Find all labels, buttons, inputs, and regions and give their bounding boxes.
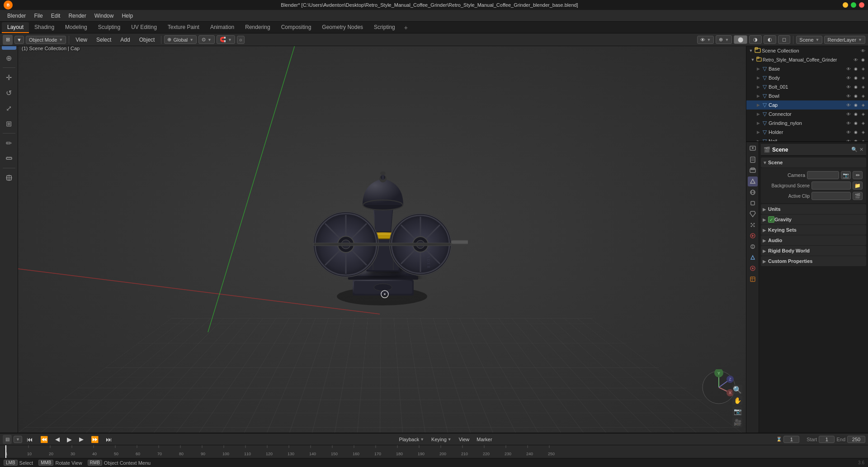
keying-menu[interactable]: Keying ▼ [429,436,454,443]
eye-nail[interactable]: 👁 [845,138,852,141]
outliner-item-retro[interactable]: ▼ Retro_Style_Manual_Coffee_Grinder 👁 ◉ [746,55,868,64]
render-cap[interactable]: ◈ [860,102,866,108]
outliner-item-bowl[interactable]: ▶ ▽ Bowl 👁 ◉ ◈ [746,91,868,100]
overlay-dropdown[interactable]: 👁 ▼ [697,36,714,44]
tool-add-cube[interactable] [2,171,16,185]
keying-sets-section-header[interactable]: ▶ Keying Sets [761,225,866,235]
viewport-shading-solid[interactable]: ⬤ [734,35,747,44]
gizmo-dropdown[interactable]: ⊕ ▼ [716,35,732,44]
start-frame-input[interactable] [819,436,835,443]
outliner-item-bolt[interactable]: ▶ ▽ Bolt_001 👁 ◉ ◈ [746,82,868,91]
tab-geometry-nodes[interactable]: Geometry Nodes [316,22,368,33]
menu-item-edit[interactable]: Edit [47,12,64,20]
viewport-shading-wireframe[interactable]: ◻ [778,35,790,44]
outliner-item-holder[interactable]: ▶ ▽ Holder 👁 ◉ ◈ [746,128,868,137]
gravity-checkbox[interactable]: ✓ [768,216,774,223]
tool-move[interactable]: ✛ [2,70,16,85]
tab-shading[interactable]: Shading [29,22,60,33]
jump-to-start-btn[interactable]: ⏮ [24,435,36,444]
camera-new[interactable]: ✏ [853,171,863,179]
sel-cap[interactable]: ◉ [853,102,859,108]
prop-tab-particles[interactable] [748,220,758,230]
render-nail[interactable]: ◈ [860,138,866,141]
prop-tab-constraints[interactable] [748,242,758,252]
jump-back-btn[interactable]: ⏪ [38,435,51,444]
outliner-item-connector[interactable]: ▶ ▽ Connector 👁 ◉ ◈ [746,110,868,119]
prop-tab-object[interactable] [748,198,758,208]
eye-grinding[interactable]: 👁 [845,120,852,126]
end-frame-input[interactable] [847,436,865,443]
prop-tab-viewlayer[interactable] [748,166,758,176]
holder-expand[interactable]: ▶ [755,129,761,135]
close-button[interactable] [859,2,864,8]
eye-bolt[interactable]: 👁 [845,84,852,90]
bg-scene-value[interactable] [811,181,851,190]
prop-tab-render[interactable] [748,144,758,154]
eye-holder[interactable]: 👁 [845,129,852,135]
custom-props-section-header[interactable]: ▶ Custom Properties [761,256,866,266]
minimize-button[interactable] [843,2,848,8]
tool-annotate[interactable]: ✏ [2,136,16,150]
bowl-expand[interactable]: ▶ [755,93,761,99]
prop-tab-physics[interactable] [748,231,758,241]
transform-pivot-dropdown[interactable]: ⊙ ▼ [198,35,215,44]
tool-measure[interactable] [2,151,16,166]
tab-scripting[interactable]: Scripting [368,22,401,33]
eye-body[interactable]: 👁 [845,75,852,81]
tab-uv-editing[interactable]: UV Editing [126,22,162,33]
nail-expand[interactable]: ▶ [755,138,761,141]
viewport-shading-material[interactable]: ◑ [749,35,762,44]
tab-rendering[interactable]: Rendering [240,22,275,33]
render-holder[interactable]: ◈ [860,129,866,135]
select-toggle-retro[interactable]: ◉ [860,57,866,63]
outliner-item-grinding[interactable]: ▶ ▽ Grinding_nylon 👁 ◉ ◈ [746,119,868,128]
menu-item-window[interactable]: Window [91,12,118,20]
select-menu[interactable]: Select [93,36,115,44]
tab-modeling[interactable]: Modeling [60,22,93,33]
outliner-item-nail[interactable]: ▶ ▽ Nail 👁 ◉ ◈ [746,137,868,141]
sel-body[interactable]: ◉ [853,75,859,81]
prop-tab-scene[interactable] [748,176,758,186]
menu-item-blender[interactable]: Blender [4,12,29,20]
outliner-item-scene-collection[interactable]: ▼ Scene Collection 👁 [746,46,868,55]
tool-transform[interactable]: ⊞ [2,116,16,131]
tab-compositing[interactable]: Compositing [276,22,317,33]
prop-tab-modifier[interactable] [748,209,758,219]
playback-menu[interactable]: Playback ▼ [396,436,427,443]
tab-texture-paint[interactable]: Texture Paint [162,22,205,33]
eye-cap[interactable]: 👁 [845,102,852,108]
view-menu-timeline[interactable]: View [456,436,472,443]
units-section-header[interactable]: ▶ Units [761,204,866,214]
base-expand[interactable]: ▶ [755,66,761,71]
tab-add[interactable]: + [401,22,411,33]
active-clip-browse[interactable]: 🎬 [853,192,863,200]
scene-section-header[interactable]: ▼ Scene [761,157,866,167]
menu-item-help[interactable]: Help [118,12,137,20]
bg-scene-browse[interactable]: 📁 [853,181,863,190]
sel-bolt[interactable]: ◉ [853,84,859,90]
gravity-section-header[interactable]: ▶ ✓ Gravity [761,214,866,224]
render-connector[interactable]: ◈ [860,111,866,117]
camera-browse[interactable]: 📷 [841,171,851,179]
snapping-dropdown[interactable]: 🧲 ▼ [217,35,235,44]
prop-tab-texture[interactable] [748,274,758,284]
expand-icon[interactable]: ▼ [748,48,754,53]
sel-bowl[interactable]: ◉ [853,93,859,99]
retro-expand[interactable]: ▼ [750,57,755,62]
proportional-edit-btn[interactable]: ○ [237,36,245,44]
tool-cursor[interactable]: ⊕ [2,51,16,65]
sel-grinding[interactable]: ◉ [853,120,859,126]
audio-section-header[interactable]: ▶ Audio [761,235,866,245]
outliner-item-cap[interactable]: ▶ ▽ Cap 👁 ◉ ◈ [746,100,868,110]
render-base[interactable]: ◈ [860,66,866,72]
eye-bowl[interactable]: 👁 [845,93,852,99]
rigid-body-section-header[interactable]: ▶ Rigid Body World [761,246,866,256]
eye-base[interactable]: 👁 [845,66,852,72]
jump-forward-btn[interactable]: ⏩ [88,435,101,444]
eye-connector[interactable]: 👁 [845,111,852,117]
sel-connector[interactable]: ◉ [853,111,859,117]
tool-scale[interactable]: ⤢ [2,101,16,115]
scene-dropdown[interactable]: Scene ▼ [796,36,822,44]
view-menu[interactable]: View [72,36,91,44]
maximize-button[interactable] [851,2,856,8]
